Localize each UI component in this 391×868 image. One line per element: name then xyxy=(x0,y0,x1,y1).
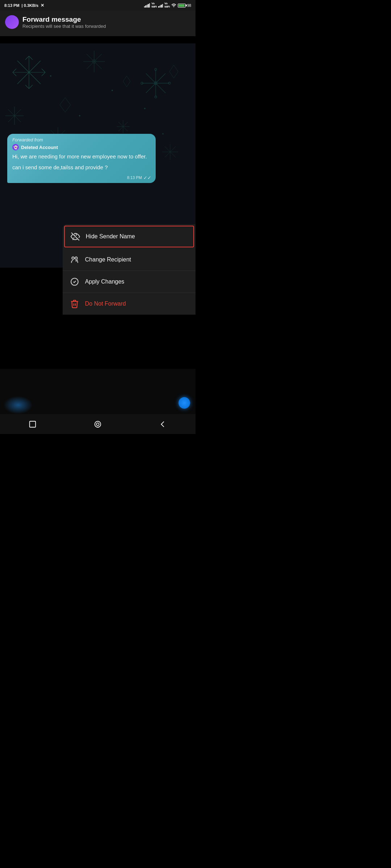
svg-line-7 xyxy=(29,85,33,89)
svg-line-5 xyxy=(29,56,33,60)
svg-point-34 xyxy=(112,90,113,91)
change-recipient-label: Change Recipient xyxy=(85,256,131,263)
menu-item-apply-changes[interactable]: Apply Changes xyxy=(63,271,196,293)
svg-rect-61 xyxy=(30,421,36,427)
recent-apps-button[interactable] xyxy=(28,419,38,429)
header-top: Forward message Recipients will see that… xyxy=(5,15,190,29)
status-right: VoWiFi VoWiFi 98 xyxy=(144,2,191,9)
svg-marker-31 xyxy=(123,76,130,87)
message-time: 8:13 PM ✓✓ xyxy=(127,175,151,180)
menu-item-do-not-forward[interactable]: Do Not Forward xyxy=(63,293,196,315)
page-subtitle: Recipients will see that it was forwarde… xyxy=(22,24,106,29)
svg-point-59 xyxy=(75,257,77,259)
double-tick-icon: ✓✓ xyxy=(143,175,151,180)
hide-sender-icon xyxy=(71,232,80,241)
x-icon: ✕ xyxy=(41,3,44,8)
svg-point-36 xyxy=(144,108,146,109)
menu-item-hide-sender[interactable]: Hide Sender Name xyxy=(64,226,194,247)
vo-wifi-label-1: VoWiFi xyxy=(151,2,157,9)
forwarded-account-name: Deleted Account xyxy=(21,145,58,150)
svg-line-8 xyxy=(13,69,16,72)
do-not-forward-label: Do Not Forward xyxy=(85,301,126,307)
svg-line-11 xyxy=(42,72,45,76)
signal-icon-1 xyxy=(144,3,150,8)
signal-icon-2 xyxy=(158,3,163,8)
apply-changes-label: Apply Changes xyxy=(85,278,125,285)
svg-point-63 xyxy=(96,423,99,425)
battery-icon xyxy=(178,4,186,8)
svg-marker-30 xyxy=(60,98,71,112)
svg-point-33 xyxy=(50,75,51,77)
svg-line-6 xyxy=(25,85,29,89)
message-text-1: Hi, we are needing for more new employee… xyxy=(12,153,151,161)
svg-line-10 xyxy=(42,69,45,72)
apply-changes-icon xyxy=(70,277,79,286)
svg-line-9 xyxy=(13,72,16,76)
svg-marker-32 xyxy=(169,65,178,78)
vo-wifi-label-2: VoWiFi xyxy=(164,2,170,9)
nav-bar xyxy=(0,414,196,434)
wifi-icon xyxy=(171,3,176,8)
ghost-icon: 👻 xyxy=(12,144,19,150)
header-text-group: Forward message Recipients will see that… xyxy=(22,16,106,29)
svg-point-35 xyxy=(79,115,80,116)
menu-item-change-recipient[interactable]: Change Recipient xyxy=(63,249,196,271)
battery-percent: 98 xyxy=(187,4,191,8)
status-left: 8:13 PM | 0.3KB/s ✕ xyxy=(4,3,44,8)
forwarded-label: Forwarded from xyxy=(12,137,151,142)
hide-sender-label: Hide Sender Name xyxy=(86,233,135,240)
message-bubble: Forwarded from 👻 Deleted Account Hi, we … xyxy=(7,134,156,183)
message-text-2: can i send some de,tailss and provide ? xyxy=(12,163,151,171)
bottom-glow xyxy=(4,396,33,414)
header-bar: Forward message Recipients will see that… xyxy=(0,11,196,36)
svg-line-4 xyxy=(25,56,29,60)
home-button[interactable] xyxy=(93,419,103,429)
forwarded-from: 👻 Deleted Account xyxy=(12,144,151,150)
blue-dot xyxy=(178,397,190,409)
back-button[interactable] xyxy=(158,419,168,429)
avatar xyxy=(5,15,19,29)
svg-point-62 xyxy=(95,421,101,427)
speed-display: | 0.3KB/s xyxy=(22,3,39,8)
status-bar: 8:13 PM | 0.3KB/s ✕ VoWiFi VoWiFi xyxy=(0,0,196,11)
context-menu: Hide Sender Name Change Recipient Apply … xyxy=(63,224,196,315)
change-recipient-icon xyxy=(70,255,79,264)
do-not-forward-icon xyxy=(70,299,79,309)
page-title: Forward message xyxy=(22,16,106,24)
svg-point-58 xyxy=(72,257,74,259)
time-display: 8:13 PM xyxy=(4,3,20,8)
message-container: Forwarded from 👻 Deleted Account Hi, we … xyxy=(0,134,196,183)
